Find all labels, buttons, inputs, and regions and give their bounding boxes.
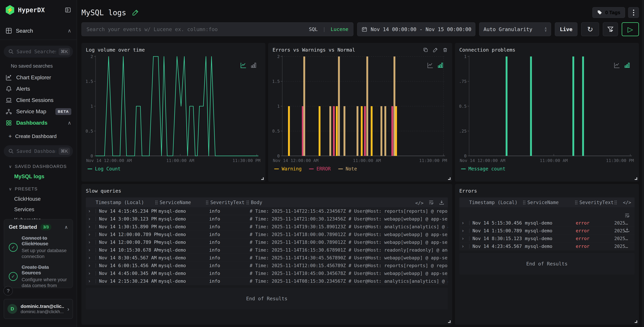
sql-mode-button[interactable]: SQL [309,26,318,32]
resize-handle[interactable] [448,177,450,180]
row-expand-icon[interactable]: › [86,278,96,284]
panel-menu-button[interactable] [628,7,639,18]
resize-handle[interactable] [261,177,264,180]
line-chart-toggle-icon[interactable] [614,62,620,69]
legend-item[interactable]: Log Count [88,166,120,172]
column-drag-icon[interactable] [155,200,158,205]
resize-handle[interactable] [448,320,450,323]
download-icon[interactable] [624,227,630,233]
bar-chart-toggle-icon[interactable] [437,62,444,69]
preset-item[interactable]: Services [14,206,73,212]
tags-button[interactable]: 0 Tags [592,7,625,18]
column-drag-icon[interactable] [575,200,578,205]
resize-handle[interactable] [635,177,637,180]
edit-icon[interactable] [433,47,438,53]
filter-button[interactable] [603,22,618,36]
preset-item[interactable]: ClickHouse [14,196,73,202]
saved-dashboards-input[interactable] [16,148,56,154]
legend-item[interactable]: Warning [274,166,302,172]
line-chart-toggle-icon[interactable] [427,62,434,69]
sidebar-item-client-sessions[interactable]: Client Sessions [4,95,73,106]
table-row[interactable]: ›Nov 14 8:30:15.123 AMmysql-demoerror202… [459,235,634,242]
legend-item[interactable]: Note [338,166,357,172]
row-expand-icon[interactable]: › [459,220,469,226]
row-expand-icon[interactable]: › [86,208,96,214]
column-drag-icon[interactable] [523,200,526,205]
refresh-button[interactable]: ↻ [581,22,599,36]
saved-dashboards-search[interactable]: ⌘K [4,145,73,157]
wrap-toggle[interactable] [624,212,630,219]
get-started-step[interactable]: ✓Create Data SourcesConfigure where your… [9,264,68,288]
event-search-input[interactable] [86,26,306,32]
saved-searches-input[interactable] [16,49,56,55]
get-started-step[interactable]: ✓Connect to ClickHouseSet up your databa… [9,235,68,259]
chevron-up-icon[interactable]: ∧ [68,120,71,125]
table-row[interactable]: ›Nov 14 4:15:45.234 PMmysql-demoinfo# Ti… [86,207,448,215]
column-drag-icon[interactable] [206,200,208,205]
edit-title-icon[interactable] [132,9,139,16]
saved-searches-search[interactable]: ⌘K [4,46,73,58]
page-scrollbar[interactable] [642,0,644,327]
trash-icon[interactable] [442,47,448,53]
row-expand-icon[interactable]: › [86,232,96,237]
row-expand-icon[interactable]: › [86,263,96,268]
table-row[interactable]: ›Nov 14 5:15:30.456 PMmysql-demoerror202… [459,219,634,227]
sidebar-item-alerts[interactable]: Alerts [4,83,73,95]
wrap-toggle[interactable] [428,199,434,206]
saved-dashboards-heading[interactable]: ∨ SAVED DASHBOARDS [9,164,73,169]
row-expand-icon[interactable]: › [86,216,96,222]
wrap-text-icon[interactable] [428,199,434,205]
table-row[interactable]: ›Nov 14 3:00:30.123 PMmysql-demoinfo# Ti… [86,215,448,223]
column-drag-icon[interactable] [246,200,249,205]
resize-handle[interactable] [635,320,637,323]
run-query-button[interactable]: ▷ [622,22,639,36]
column-header[interactable]: SeverityText [575,200,614,205]
row-expand-icon[interactable]: › [86,255,96,260]
sidebar-item-dashboards[interactable]: Dashboards∧ [4,117,73,129]
table-row[interactable]: ›Nov 14 1:30:15.890 PMmysql-demoinfo# Ti… [86,223,448,231]
table-row[interactable]: ›Nov 14 4:23:45.567 AMmysql-demoerror202… [459,242,634,250]
lucene-mode-button[interactable]: Lucene [330,26,348,32]
row-expand-icon[interactable]: › [86,270,96,276]
column-header[interactable]: Timestamp (Local) [96,200,155,205]
chevron-up-icon[interactable]: ∧ [64,224,68,230]
column-header[interactable]: SeverityText [206,200,246,205]
presets-heading[interactable]: ∨ PRESETS [9,186,73,192]
live-button[interactable]: Live [555,22,578,36]
column-header[interactable]: ServiceName [523,200,575,205]
chevron-up-icon[interactable]: ∧ [68,28,71,33]
row-expand-icon[interactable]: › [86,239,96,245]
table-row[interactable]: ›Nov 14 6:00:15.456 AMmysql-demoinfo# Ti… [86,262,448,269]
column-header[interactable]: Timestamp (Local) [469,200,523,205]
bar-chart-toggle-icon[interactable] [250,62,257,69]
download-icon[interactable] [439,199,444,205]
row-expand-icon[interactable]: › [459,228,469,233]
table-row[interactable]: ›Nov 14 12:00:00.789 PMmysql-demoinfo# T… [86,238,448,246]
legend-item[interactable]: ERROR [309,166,330,172]
user-menu[interactable]: D dominic.tran@clic... dominic.tran@clic… [4,299,73,319]
saved-dashboard-item[interactable]: MySQL logs [14,173,73,180]
sidebar-item-chart-explorer[interactable]: Chart Explorer [4,72,73,83]
sidebar-collapse-icon[interactable] [64,6,72,14]
legend-item[interactable]: Message count [461,166,506,172]
duplicate-icon[interactable] [423,47,428,53]
table-row[interactable]: ›Nov 14 1:15:00.789 PMmysql-demoerror202… [459,227,634,235]
help-button[interactable]: ? [4,286,13,295]
line-chart-toggle-icon[interactable] [240,62,247,69]
code-view-icon[interactable]: </> [415,200,424,206]
sidebar-item-service-map[interactable]: Service MapBETA [4,106,73,117]
column-drag-icon[interactable] [614,200,617,205]
wrap-text-icon[interactable] [624,212,630,218]
row-expand-icon[interactable]: › [459,236,469,241]
sidebar-item-search[interactable]: Search ∧ [4,26,73,36]
row-expand-icon[interactable]: › [86,224,96,229]
row-expand-icon[interactable]: › [86,247,96,253]
granularity-select[interactable]: Auto Granularity ∧∨ [479,22,551,36]
download-button[interactable] [624,227,630,234]
row-expand-icon[interactable]: › [459,243,469,249]
table-row[interactable]: ›Nov 14 4:45:00.345 AMmysql-demoinfo# Ti… [86,269,448,277]
column-header[interactable]: ServiceName [155,200,206,205]
table-row[interactable]: ›Nov 14 8:30:45.567 AMmysql-demoinfo# Ti… [86,254,448,262]
table-row[interactable]: ›Nov 14 12:00:00.789 PMmysql-demoinfo# T… [86,231,448,238]
table-row[interactable]: ›Nov 14 2:15:30.234 AMmysql-demoinfo# Ti… [86,277,448,285]
